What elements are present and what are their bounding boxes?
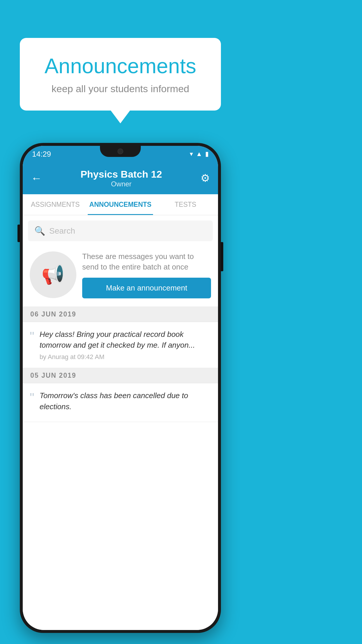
- promo-right: These are messages you want to send to t…: [82, 251, 211, 298]
- phone-screen: 14:29 ▾ ▲ ▮ ← Physics Batch 12 Owner ⚙: [23, 146, 218, 630]
- speech-bubble: Announcements keep all your students inf…: [20, 38, 221, 111]
- promo-description: These are messages you want to send to t…: [82, 251, 211, 272]
- tab-tests[interactable]: TESTS: [153, 194, 218, 215]
- announcement-text-1: Hey class! Bring your practical record b…: [40, 329, 211, 351]
- tab-announcements[interactable]: ANNOUNCEMENTS: [88, 194, 153, 215]
- announcement-item-2[interactable]: " Tomorrow's class has been cancelled du…: [23, 383, 218, 422]
- speech-bubble-container: Announcements keep all your students inf…: [20, 38, 221, 111]
- status-time: 14:29: [32, 150, 51, 159]
- wifi-icon: ▾: [190, 150, 193, 158]
- quote-icon-2: ": [30, 391, 34, 404]
- notch: [100, 146, 141, 157]
- status-bar: 14:29 ▾ ▲ ▮: [23, 146, 218, 162]
- announcement-content-1: Hey class! Bring your practical record b…: [40, 329, 211, 361]
- status-icons: ▾ ▲ ▮: [190, 150, 209, 158]
- search-placeholder: Search: [49, 226, 75, 236]
- announcement-text-2: Tomorrow's class has been cancelled due …: [40, 390, 211, 412]
- app-header: ← Physics Batch 12 Owner ⚙: [23, 162, 218, 194]
- announcement-content-2: Tomorrow's class has been cancelled due …: [40, 390, 211, 414]
- quote-icon: ": [30, 330, 34, 343]
- megaphone-icon: 📢: [41, 264, 65, 286]
- tab-assignments[interactable]: ASSIGNMENTS: [23, 194, 88, 215]
- settings-button[interactable]: ⚙: [201, 172, 210, 184]
- date-separator-1: 06 JUN 2019: [23, 307, 218, 322]
- promo-icon-circle: 📢: [30, 251, 76, 298]
- bubble-subtitle: keep all your students informed: [37, 83, 203, 94]
- back-button[interactable]: ←: [31, 172, 42, 185]
- phone-wrapper: 14:29 ▾ ▲ ▮ ← Physics Batch 12 Owner ⚙: [20, 143, 221, 633]
- camera: [117, 148, 123, 154]
- signal-icon: ▲: [196, 150, 202, 158]
- batch-title: Physics Batch 12: [80, 169, 162, 180]
- batch-subtitle: Owner: [80, 180, 162, 188]
- tab-bar: ASSIGNMENTS ANNOUNCEMENTS TESTS: [23, 194, 218, 215]
- make-announcement-button[interactable]: Make an announcement: [82, 278, 211, 298]
- announcement-meta-1: by Anurag at 09:42 AM: [40, 353, 211, 361]
- phone-outer: 14:29 ▾ ▲ ▮ ← Physics Batch 12 Owner ⚙: [20, 143, 221, 633]
- bubble-title: Announcements: [37, 54, 203, 78]
- promo-block: 📢 These are messages you want to send to…: [23, 244, 218, 307]
- search-bar[interactable]: 🔍 Search: [28, 220, 213, 241]
- announcement-item-1[interactable]: " Hey class! Bring your practical record…: [23, 322, 218, 368]
- battery-icon: ▮: [205, 150, 209, 158]
- header-title-area: Physics Batch 12 Owner: [80, 169, 162, 188]
- search-icon: 🔍: [34, 226, 45, 236]
- power-button: [221, 242, 223, 271]
- volume-button: [17, 225, 20, 242]
- date-separator-2: 05 JUN 2019: [23, 368, 218, 383]
- content-area: 🔍 Search 📢 These are messages you want t…: [23, 215, 218, 630]
